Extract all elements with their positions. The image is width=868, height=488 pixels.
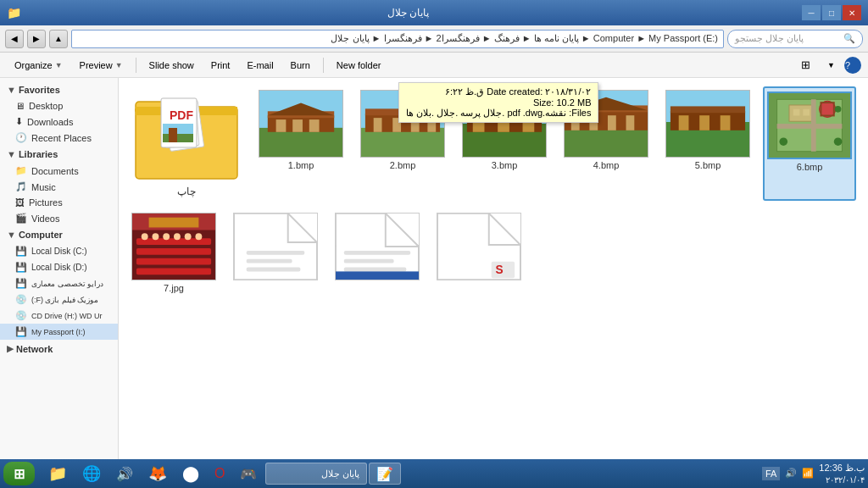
computer-chevron: ▼ [7, 230, 16, 240]
svg-rect-39 [608, 115, 616, 130]
file-item-6bmp[interactable]: 6.bmp [763, 86, 856, 201]
disk-d-icon: 💾 [15, 262, 27, 273]
view-button[interactable]: ⊞ [793, 55, 818, 75]
cd-icon: 💿 [15, 310, 27, 321]
svg-rect-84 [344, 268, 407, 272]
taskbar-media[interactable]: 🔊 [109, 463, 140, 485]
videos-icon: 🎬 [15, 213, 27, 224]
organize-button[interactable]: Organize ▼ [7, 55, 70, 75]
thumb-doc1 [233, 213, 318, 280]
language-indicator: FA [762, 467, 780, 480]
burn-button[interactable]: Burn [283, 55, 318, 75]
thumb-doc3: S [437, 213, 521, 280]
sidebar-item-locald[interactable]: 💾 Local Disk (D:) [0, 259, 118, 275]
back-button[interactable]: ◀ [5, 30, 24, 48]
sidebar-item-media[interactable]: 💿 موزیک فیلم بازی (F:) [0, 291, 118, 308]
svg-rect-82 [344, 251, 410, 255]
sidebar: ▼ Favorites 🖥 Desktop ⬇ Downloads 🕐 Rece… [0, 78, 119, 463]
taskbar-items: 📁 🌐 🔊 🦊 ⬤ O 🎮 پایان‌ جلال 📝 [42, 463, 762, 485]
thumb-doc2 [335, 213, 420, 280]
taskbar-chrome[interactable]: ⬤ [175, 463, 206, 485]
system-tray: FA 🔊 📶 12:36 ب.ظ ۲۰۳۲/۰۱/۰۴ [762, 462, 865, 485]
sidebar-item-recent[interactable]: 🕐 Recent Places [0, 130, 118, 146]
search-box[interactable]: پایان‌ جلال جستجو 🔍 [727, 30, 863, 48]
label-5bmp: 5.bmp [695, 160, 721, 170]
downloads-icon: ⬇ [15, 116, 23, 127]
network-icon: 📶 [802, 468, 814, 479]
label-4bmp: 4.bmp [593, 160, 620, 170]
file-item-1bmp[interactable]: 1.bmp [254, 86, 348, 201]
start-button[interactable]: ⊞ [3, 462, 35, 485]
svg-point-70 [174, 233, 181, 240]
thumb-1bmp [259, 90, 343, 158]
new-folder-button[interactable]: New folder [329, 55, 389, 75]
close-button[interactable]: ✕ [843, 5, 861, 20]
sidebar-item-desktop[interactable]: 🖥 Desktop [0, 98, 118, 114]
slideshow-button[interactable]: Slide show [142, 55, 202, 75]
taskbar-ie[interactable]: 🌐 [75, 463, 108, 485]
preview-button[interactable]: Preview ▼ [72, 55, 131, 75]
file-item-doc3[interactable]: S [432, 209, 526, 297]
view-buttons: ⊞ ▼ ? [793, 55, 861, 75]
svg-rect-47 [699, 115, 709, 130]
view-options-button[interactable]: ▼ [820, 55, 843, 75]
tooltip-files: Files: نقشه.pdf .dwg .جلال پرسه .جلال .ب… [406, 108, 591, 119]
help-button[interactable]: ? [844, 57, 861, 74]
favorites-chevron: ▼ [7, 85, 16, 95]
desktop-icon: 🖥 [15, 101, 25, 111]
auditorium-svg [132, 213, 215, 280]
svg-rect-74 [149, 218, 199, 228]
disk-c-icon: 💾 [15, 246, 27, 257]
sidebar-item-passport[interactable]: 💾 My Passport (I:) [0, 324, 118, 340]
maximize-button[interactable]: □ [822, 5, 841, 20]
file-item-doc1[interactable] [229, 209, 322, 297]
svg-rect-55 [811, 99, 816, 151]
svg-rect-40 [626, 115, 635, 130]
sidebar-item-videos[interactable]: 🎬 Videos [0, 210, 118, 226]
svg-rect-66 [136, 268, 211, 274]
doc1-svg [234, 213, 317, 280]
taskbar-word[interactable]: 📝 [369, 463, 401, 485]
sidebar-item-downloads[interactable]: ⬇ Downloads [0, 114, 118, 130]
taskbar-window3d[interactable]: 🎮 [233, 463, 264, 485]
file-item-folder[interactable]: PDF چاپ [127, 86, 246, 201]
file-item-7jpg[interactable]: 7.jpg [127, 209, 220, 297]
print-button[interactable]: Print [203, 55, 238, 75]
taskbar-ff[interactable]: 🦊 [142, 463, 174, 485]
folder-label: چاپ [177, 186, 196, 197]
sidebar-item-pictures[interactable]: 🖼 Pictures [0, 195, 118, 210]
taskbar-active-window[interactable]: پایان‌ جلال [265, 463, 367, 485]
svg-rect-45 [670, 106, 745, 113]
svg-rect-54 [777, 124, 843, 129]
computer-header: ▼ Computer [0, 226, 118, 243]
address-path[interactable]: Computer ► My Passport (E:) ► پایان نامه… [71, 30, 724, 48]
taskbar-opera[interactable]: O [208, 463, 231, 485]
svg-rect-9 [169, 128, 177, 142]
folder-svg: PDF [131, 90, 242, 183]
sidebar-item-documents[interactable]: 📁 Documents [0, 163, 118, 179]
taskbar-explorer[interactable]: 📁 [42, 463, 74, 485]
sidebar-item-arch[interactable]: 💾 درایو تخصصی معماری [0, 275, 118, 291]
documents-icon: 📁 [15, 165, 27, 176]
pictures-icon: 🖼 [15, 197, 25, 208]
forward-button[interactable]: ▶ [27, 30, 46, 48]
building-1-svg [259, 90, 342, 158]
minimize-button[interactable]: ─ [802, 5, 821, 20]
sidebar-item-music[interactable]: 🎵 Music [0, 179, 118, 195]
search-icon: 🔍 [843, 33, 855, 44]
toolbar: Organize ▼ Preview ▼ Slide show Print E-… [0, 53, 868, 78]
system-clock: 12:36 ب.ظ ۲۰۳۲/۰۱/۰۴ [819, 462, 865, 485]
file-item-doc2[interactable] [331, 209, 424, 297]
window-icon: 📁 [7, 6, 21, 19]
thumb-5bmp [665, 90, 750, 158]
sidebar-item-localc[interactable]: 💾 Local Disk (C:) [0, 243, 118, 259]
up-button[interactable]: ▲ [49, 30, 68, 48]
main-area: ▼ Favorites 🖥 Desktop ⬇ Downloads 🕐 Rece… [0, 78, 868, 463]
svg-rect-19 [361, 128, 444, 157]
sidebar-item-cdh[interactable]: 💿 CD Drive (H:) WD Ur [0, 308, 118, 324]
taskbar: ⊞ 📁 🌐 🔊 🦊 ⬤ O 🎮 پایان‌ جلال 📝 [0, 459, 868, 488]
svg-rect-65 [136, 258, 211, 265]
content-area: Date created: ۲۰۱۸/۳۱/۰۲ ق.ظ ۶:۲۲ Size: … [119, 78, 868, 463]
email-button[interactable]: E-mail [239, 55, 281, 75]
file-item-5bmp[interactable]: 5.bmp [661, 86, 754, 201]
